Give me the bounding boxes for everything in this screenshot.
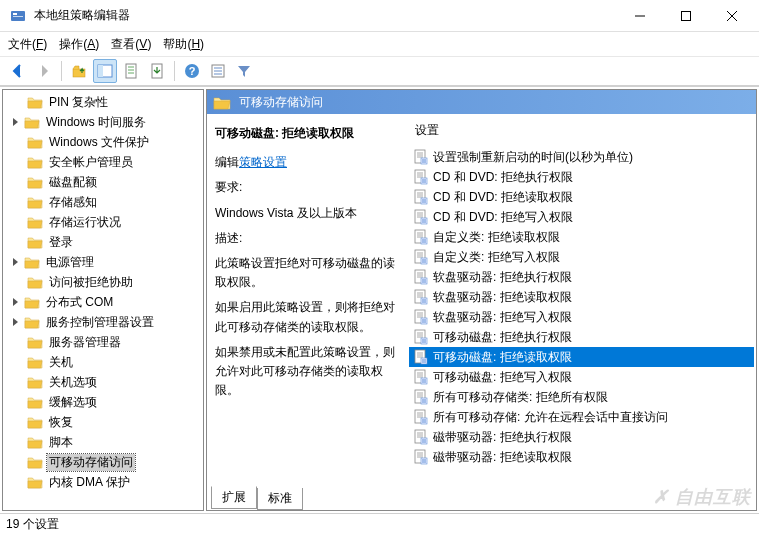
svg-rect-67 <box>421 278 427 284</box>
app-icon <box>10 8 26 24</box>
tree-item-label: Windows 文件保护 <box>47 134 151 151</box>
svg-rect-88 <box>421 338 427 344</box>
right-panel-header: 可移动存储访问 <box>207 90 756 114</box>
setting-item-label: CD 和 DVD: 拒绝写入权限 <box>433 209 573 226</box>
status-text: 19 个设置 <box>6 516 59 533</box>
separator <box>174 61 175 81</box>
setting-item[interactable]: 软盘驱动器: 拒绝写入权限 <box>409 307 754 327</box>
menubar: 文件(F) 操作(A) 查看(V) 帮助(H) <box>0 32 759 56</box>
setting-item[interactable]: 设置强制重新启动的时间(以秒为单位) <box>409 147 754 167</box>
tree-panel[interactable]: PIN 复杂性Windows 时间服务Windows 文件保护安全帐户管理员磁盘… <box>2 89 204 511</box>
setting-item[interactable]: 可移动磁盘: 拒绝执行权限 <box>409 327 754 347</box>
tree-item[interactable]: 电源管理 <box>3 252 203 272</box>
setting-item-label: 自定义类: 拒绝写入权限 <box>433 249 560 266</box>
setting-item[interactable]: 所有可移动存储: 允许在远程会话中直接访问 <box>409 407 754 427</box>
filter-button[interactable] <box>232 59 256 83</box>
tree-item[interactable]: Windows 时间服务 <box>3 112 203 132</box>
tree-item[interactable]: Windows 文件保护 <box>3 132 203 152</box>
setting-item[interactable]: CD 和 DVD: 拒绝执行权限 <box>409 167 754 187</box>
back-button[interactable] <box>6 59 30 83</box>
column-header-setting[interactable]: 设置 <box>409 120 754 147</box>
tree-item-label: 登录 <box>47 234 75 251</box>
tree-item-label: 恢复 <box>47 414 75 431</box>
tree-item-label: 磁盘配额 <box>47 174 99 191</box>
svg-rect-4 <box>682 11 691 20</box>
menu-help[interactable]: 帮助(H) <box>163 36 204 53</box>
setting-item[interactable]: 磁带驱动器: 拒绝执行权限 <box>409 427 754 447</box>
setting-item[interactable]: 自定义类: 拒绝写入权限 <box>409 247 754 267</box>
menu-view[interactable]: 查看(V) <box>111 36 151 53</box>
tab-standard[interactable]: 标准 <box>257 488 303 510</box>
tree-item[interactable]: 磁盘配额 <box>3 172 203 192</box>
setting-item[interactable]: 可移动磁盘: 拒绝读取权限 <box>409 347 754 367</box>
main-area: PIN 复杂性Windows 时间服务Windows 文件保护安全帐户管理员磁盘… <box>0 86 759 513</box>
separator <box>61 61 62 81</box>
properties-button[interactable] <box>119 59 143 83</box>
tree-item[interactable]: 安全帐户管理员 <box>3 152 203 172</box>
up-level-button[interactable] <box>67 59 91 83</box>
tree-item[interactable]: 登录 <box>3 232 203 252</box>
tree-item[interactable]: 存储感知 <box>3 192 203 212</box>
window-title: 本地组策略编辑器 <box>34 7 617 24</box>
tree-item[interactable]: 分布式 COM <box>3 292 203 312</box>
svg-rect-1 <box>13 13 17 15</box>
tree-item-label: 关机 <box>47 354 75 371</box>
svg-rect-46 <box>421 218 427 224</box>
tree-item-label: 存储感知 <box>47 194 99 211</box>
tree-item-label: 脚本 <box>47 434 75 451</box>
export-button[interactable] <box>145 59 169 83</box>
tree-item[interactable]: 恢复 <box>3 412 203 432</box>
tree-item[interactable]: PIN 复杂性 <box>3 92 203 112</box>
tree-item-label: 服务控制管理器设置 <box>44 314 156 331</box>
setting-item[interactable]: 可移动磁盘: 拒绝写入权限 <box>409 367 754 387</box>
close-button[interactable] <box>709 1 755 31</box>
tree-item-label: 存储运行状况 <box>47 214 123 231</box>
window-controls <box>617 1 755 31</box>
tree-item[interactable]: 脚本 <box>3 432 203 452</box>
tree-item[interactable]: 可移动存储访问 <box>3 452 203 472</box>
forward-button[interactable] <box>32 59 56 83</box>
tree-item[interactable]: 缓解选项 <box>3 392 203 412</box>
svg-rect-39 <box>421 198 427 204</box>
settings-list[interactable]: 设置 设置强制重新启动的时间(以秒为单位)CD 和 DVD: 拒绝执行权限CD … <box>407 114 756 488</box>
setting-item-label: 所有可移动存储类: 拒绝所有权限 <box>433 389 608 406</box>
filter-options-button[interactable] <box>206 59 230 83</box>
right-body: 可移动磁盘: 拒绝读取权限 编辑策略设置 要求: Windows Vista 及… <box>207 114 756 488</box>
tree-item-label: 缓解选项 <box>47 394 99 411</box>
right-tabs: 扩展 标准 <box>207 488 756 510</box>
statusbar: 19 个设置 <box>0 513 759 535</box>
minimize-button[interactable] <box>617 1 663 31</box>
tree-item[interactable]: 内核 DMA 保护 <box>3 472 203 492</box>
description-label: 描述: <box>215 229 399 248</box>
setting-item[interactable]: 磁带驱动器: 拒绝读取权限 <box>409 447 754 467</box>
maximize-button[interactable] <box>663 1 709 31</box>
tree-item-label: 关机选项 <box>47 374 99 391</box>
tab-extended[interactable]: 扩展 <box>211 486 257 509</box>
setting-item[interactable]: CD 和 DVD: 拒绝写入权限 <box>409 207 754 227</box>
requirements-label: 要求: <box>215 178 399 197</box>
tree-item[interactable]: 存储运行状况 <box>3 212 203 232</box>
setting-item-label: 可移动磁盘: 拒绝写入权限 <box>433 369 572 386</box>
setting-item-label: 自定义类: 拒绝读取权限 <box>433 229 560 246</box>
tree-item-label: 访问被拒绝协助 <box>47 274 135 291</box>
tree-item[interactable]: 关机 <box>3 352 203 372</box>
tree-item[interactable]: 关机选项 <box>3 372 203 392</box>
svg-rect-95 <box>421 358 427 364</box>
setting-item-label: 磁带驱动器: 拒绝读取权限 <box>433 449 572 466</box>
svg-rect-2 <box>13 16 23 17</box>
tree-item[interactable]: 服务器管理器 <box>3 332 203 352</box>
setting-item[interactable]: 软盘驱动器: 拒绝读取权限 <box>409 287 754 307</box>
edit-policy-link[interactable]: 策略设置 <box>239 155 287 169</box>
show-hide-tree-button[interactable] <box>93 59 117 83</box>
svg-rect-53 <box>421 238 427 244</box>
help-button[interactable]: ? <box>180 59 204 83</box>
description-value: 此策略设置拒绝对可移动磁盘的读取权限。 <box>215 254 399 292</box>
setting-item[interactable]: 自定义类: 拒绝读取权限 <box>409 227 754 247</box>
menu-file[interactable]: 文件(F) <box>8 36 47 53</box>
setting-item[interactable]: 软盘驱动器: 拒绝执行权限 <box>409 267 754 287</box>
setting-item[interactable]: CD 和 DVD: 拒绝读取权限 <box>409 187 754 207</box>
menu-action[interactable]: 操作(A) <box>59 36 99 53</box>
setting-item[interactable]: 所有可移动存储类: 拒绝所有权限 <box>409 387 754 407</box>
tree-item[interactable]: 服务控制管理器设置 <box>3 312 203 332</box>
tree-item[interactable]: 访问被拒绝协助 <box>3 272 203 292</box>
